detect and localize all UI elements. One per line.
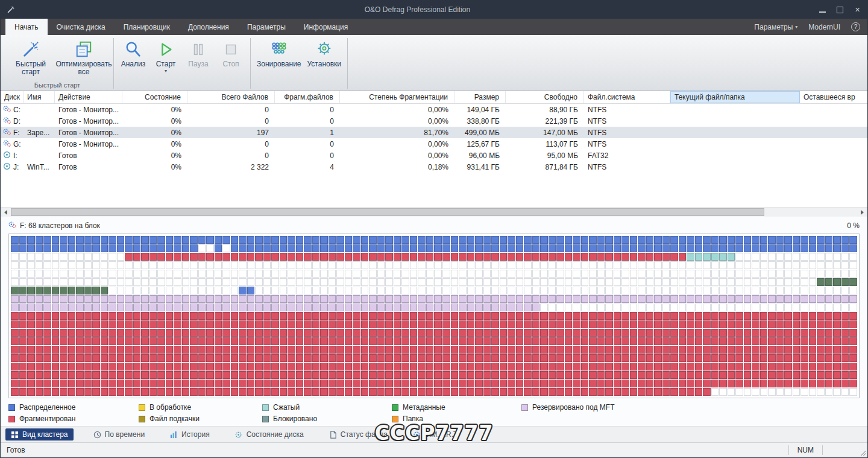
cluster-block xyxy=(784,388,792,396)
cluster-block xyxy=(361,388,369,396)
column-header[interactable]: Состояние xyxy=(122,91,187,103)
cluster-block xyxy=(304,278,312,286)
cluster-block xyxy=(215,388,222,396)
cluster-block xyxy=(215,363,222,371)
cluster-block xyxy=(19,287,27,294)
maximize-icon[interactable] xyxy=(836,6,844,14)
scroll-right-icon[interactable] xyxy=(857,208,867,217)
scroll-left-icon[interactable] xyxy=(1,208,11,217)
horizontal-scrollbar[interactable] xyxy=(1,207,867,217)
cluster-block xyxy=(589,312,597,320)
cluster-block xyxy=(418,388,426,396)
cluster-block xyxy=(296,278,304,286)
cluster-block xyxy=(800,253,808,261)
ribbon-tab-scheduler[interactable]: Планировщик xyxy=(115,19,179,35)
cluster-block xyxy=(52,261,60,269)
cluster-block xyxy=(728,278,735,286)
cluster-block xyxy=(451,363,459,371)
column-header[interactable]: Действие xyxy=(55,91,122,103)
view-tab-smart[interactable]: S.M.A.R.T. xyxy=(407,428,464,441)
cluster-block xyxy=(385,253,393,261)
ribbon-tab-addons[interactable]: Дополнения xyxy=(179,19,238,35)
cluster-block xyxy=(60,295,68,303)
column-header[interactable]: Степень Фрагментации xyxy=(340,91,454,103)
cluster-block xyxy=(141,380,149,387)
help-icon[interactable]: ? xyxy=(851,22,860,31)
modernui-link[interactable]: ModernUI xyxy=(808,23,840,31)
cluster-block xyxy=(817,287,825,294)
cluster-block xyxy=(711,244,719,252)
cluster-block xyxy=(320,354,328,362)
ribbon-tab-info[interactable]: Информация xyxy=(295,19,357,35)
cluster-block xyxy=(377,295,385,303)
cluster-block xyxy=(108,295,116,303)
cluster-block xyxy=(312,253,320,261)
cluster-block xyxy=(231,346,239,354)
cluster-block xyxy=(744,244,752,252)
cluster-block xyxy=(141,337,149,345)
column-header[interactable]: Свободно xyxy=(506,91,584,103)
ribbon-button-zoning[interactable]: Зонирование xyxy=(254,37,304,81)
resize-grip[interactable] xyxy=(860,450,866,456)
ribbon-button-analyze[interactable]: Анализ xyxy=(117,37,149,81)
cluster-block xyxy=(654,354,662,362)
view-tab-file-status[interactable]: Статус файла xyxy=(324,428,393,441)
column-header[interactable]: Размер xyxy=(454,91,506,103)
cluster-block xyxy=(752,304,760,311)
table-row[interactable]: D:Готов - Монитор...0%000,00%338,80 ГБ22… xyxy=(1,115,867,127)
scrollbar-thumb[interactable] xyxy=(11,208,764,216)
cluster-block xyxy=(670,337,678,345)
cluster-block xyxy=(833,244,841,252)
cluster-block xyxy=(467,354,475,362)
table-row[interactable]: J:WinT...Готов0%2 32240,18%931,41 ГБ871,… xyxy=(1,161,867,173)
cluster-block xyxy=(255,287,263,294)
scrollbar-track[interactable] xyxy=(11,208,857,217)
options-dropdown[interactable]: Параметры ▾ xyxy=(754,23,797,31)
cluster-block xyxy=(215,371,222,379)
cluster-block xyxy=(621,320,629,328)
ribbon-tab-options[interactable]: Параметры xyxy=(238,19,295,35)
column-header[interactable]: Всего Файлов xyxy=(187,91,275,103)
cluster-block xyxy=(166,236,174,244)
ribbon-group: ЗонированиеУстановки xyxy=(251,36,347,91)
minimize-icon[interactable] xyxy=(819,6,826,14)
column-header[interactable]: Файл.система xyxy=(584,91,670,103)
cluster-block xyxy=(589,261,597,269)
cluster-block xyxy=(752,380,760,387)
ribbon-button-optimize-all[interactable]: Оптимизировать все xyxy=(57,37,110,81)
cluster-block xyxy=(793,261,800,269)
cluster-block xyxy=(549,320,556,328)
legend-label: Блокировано xyxy=(273,415,317,423)
cluster-block xyxy=(133,304,141,311)
column-header[interactable]: Текущий файл/папка xyxy=(670,91,800,103)
ribbon-button-start[interactable]: Старт▾ xyxy=(149,37,182,81)
cluster-block xyxy=(646,236,654,244)
ribbon-tab-start[interactable]: Начать xyxy=(5,19,48,35)
view-tab-cluster-view[interactable]: Вид кластера xyxy=(5,428,74,441)
cluster-block xyxy=(719,287,727,294)
table-cell: Готов - Монитор... xyxy=(55,127,122,138)
cluster-block xyxy=(101,236,108,244)
cluster-block xyxy=(654,270,662,278)
table-row[interactable]: C:Готов - Монитор...0%000,00%149,04 ГБ88… xyxy=(1,104,867,115)
table-row[interactable]: F:Заре...Готов - Монитор...0%197181,70%4… xyxy=(1,127,867,138)
view-tab-by-time[interactable]: По времени xyxy=(88,428,151,441)
cluster-block xyxy=(434,380,442,387)
column-header[interactable]: Имя xyxy=(24,91,55,103)
cluster-block xyxy=(687,270,694,278)
ribbon-button-settings[interactable]: Установки xyxy=(304,37,344,81)
table-row[interactable]: I:Готов0%000,00%96,00 МБ95,00 МБFAT32 xyxy=(1,150,867,161)
ribbon-tab-disk-cleanup[interactable]: Очистка диска xyxy=(48,19,115,35)
column-header[interactable]: Оставшееся вр xyxy=(800,91,868,103)
ribbon-button-quick-start[interactable]: Быстрый старт xyxy=(4,37,57,81)
view-tab-history[interactable]: История xyxy=(165,428,215,441)
close-icon[interactable]: ✕ xyxy=(854,6,861,14)
cluster-block xyxy=(540,380,548,387)
view-tab-disk-state[interactable]: Состояние диска xyxy=(230,428,309,441)
cluster-block xyxy=(825,388,833,396)
column-header[interactable]: Фрагм.файлов xyxy=(275,91,340,103)
cluster-block xyxy=(719,320,727,328)
column-header[interactable]: Диск xyxy=(1,91,24,103)
cluster-block xyxy=(11,304,19,311)
table-row[interactable]: G:Готов - Монитор...0%000,00%125,67 ГБ11… xyxy=(1,138,867,150)
